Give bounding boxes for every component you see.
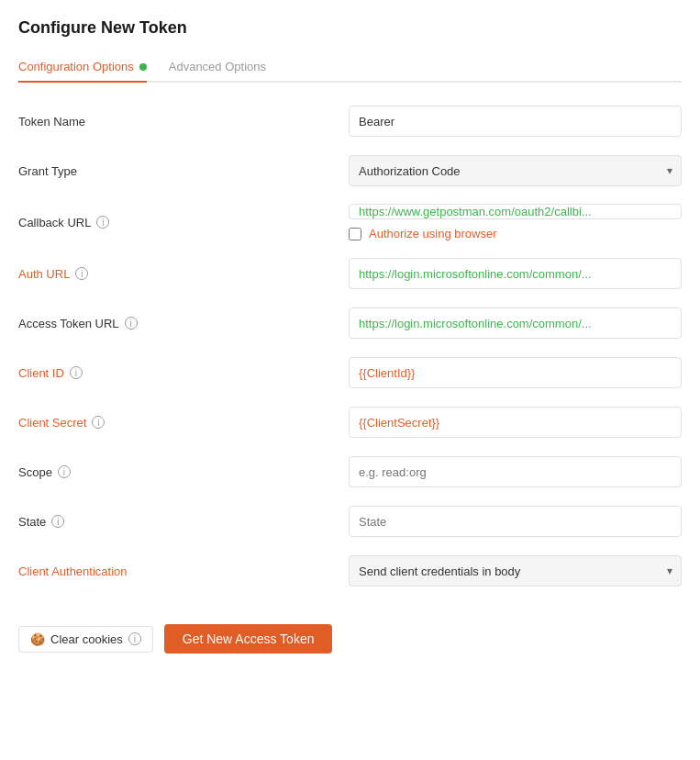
get-new-access-token-button[interactable]: Get New Access Token [164, 624, 333, 654]
client-id-input[interactable] [349, 357, 682, 388]
auth-url-label: Auth URL i [18, 267, 349, 281]
grant-type-label: Grant Type [18, 164, 349, 178]
page-title: Configure New Token [18, 18, 682, 38]
tab-active-dot [139, 63, 147, 71]
state-info-icon[interactable]: i [51, 515, 64, 528]
authorize-browser-row: Authorize using browser [349, 227, 682, 240]
callback-url-info-icon[interactable]: i [96, 216, 109, 229]
tab-advanced-label: Advanced Options [169, 60, 266, 73]
token-name-label: Token Name [18, 115, 349, 129]
grant-type-select[interactable]: Authorization Code Implicit Password Cre… [349, 155, 682, 186]
cookie-icon: 🍪 [30, 632, 45, 646]
callback-url-section: Authorize using browser [349, 204, 682, 240]
tabs-container: Configuration Options Advanced Options [18, 52, 682, 83]
callback-url-input[interactable] [349, 204, 682, 219]
callback-url-label: Callback URL i [18, 216, 349, 229]
grant-type-select-wrapper: Authorization Code Implicit Password Cre… [349, 155, 682, 186]
auth-url-row: Auth URL i [18, 257, 682, 290]
clear-cookies-info-icon[interactable]: i [128, 632, 141, 645]
tab-configuration-label: Configuration Options [18, 60, 134, 73]
auth-url-info-icon[interactable]: i [75, 267, 88, 280]
authorize-browser-label[interactable]: Authorize using browser [369, 227, 496, 240]
access-token-url-info-icon[interactable]: i [125, 317, 138, 330]
state-input[interactable] [349, 506, 682, 537]
client-secret-label: Client Secret i [18, 416, 349, 430]
access-token-url-label: Access Token URL i [18, 317, 349, 330]
access-token-url-input[interactable] [349, 307, 682, 339]
state-label: State i [18, 515, 349, 529]
client-secret-info-icon[interactable]: i [92, 416, 105, 429]
client-auth-label: Client Authentication [18, 564, 349, 578]
clear-cookies-button[interactable]: 🍪 Clear cookies i [18, 626, 153, 653]
tab-configuration[interactable]: Configuration Options [18, 52, 147, 81]
scope-row: Scope i [18, 455, 682, 488]
grant-type-row: Grant Type Authorization Code Implicit P… [18, 154, 682, 187]
token-name-input[interactable] [349, 106, 682, 137]
scope-info-icon[interactable]: i [58, 465, 71, 478]
authorize-browser-checkbox[interactable] [349, 228, 361, 240]
scope-input[interactable] [349, 456, 682, 487]
token-name-row: Token Name [18, 105, 682, 138]
client-auth-row: Client Authentication Send client creden… [18, 554, 682, 587]
client-auth-select[interactable]: Send client credentials in body Send as … [349, 555, 682, 587]
scope-label: Scope i [18, 465, 349, 479]
access-token-url-row: Access Token URL i [18, 307, 682, 340]
clear-cookies-label: Clear cookies [50, 632, 123, 646]
client-id-label: Client ID i [18, 366, 349, 380]
state-row: State i [18, 505, 682, 538]
tab-advanced[interactable]: Advanced Options [169, 52, 266, 81]
client-secret-row: Client Secret i [18, 406, 682, 439]
callback-url-row: Callback URL i Authorize using browser [18, 204, 682, 240]
client-id-info-icon[interactable]: i [70, 366, 83, 379]
auth-url-input[interactable] [349, 258, 682, 289]
client-auth-select-wrapper: Send client credentials in body Send as … [349, 555, 682, 587]
bottom-actions: 🍪 Clear cookies i Get New Access Token [18, 609, 682, 654]
client-secret-input[interactable] [349, 407, 682, 438]
client-id-row: Client ID i [18, 356, 682, 389]
